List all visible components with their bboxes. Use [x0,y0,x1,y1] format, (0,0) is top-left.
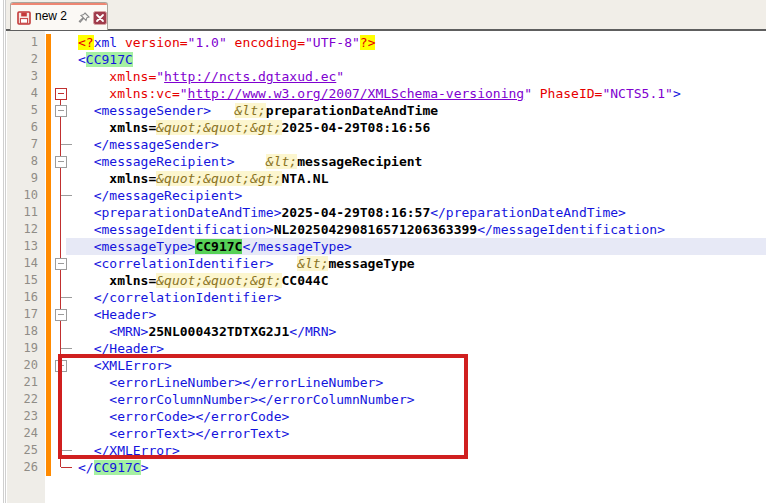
syntax-txt: 2025-04-29T08:16:57 [282,205,431,220]
code-line-10[interactable]: 10 </messageRecipient> [0,187,766,204]
syntax-tag: </correlationIdentifier> [94,290,282,305]
line-number[interactable]: 22 [7,391,38,408]
syntax-ent: &quot;&quot;&gt; [156,120,281,135]
syntax-tag: <messageRecipient> [94,154,235,169]
syntax-hlb: CC917C [195,239,242,254]
code-text: <messageType>CC917C</messageType> [78,238,352,255]
syntax-sp [78,188,94,203]
syntax-sp [78,205,94,220]
syntax-tag: <Header> [94,307,157,322]
syntax-val: "NCTS5.1" [602,86,672,101]
line-number[interactable]: 17 [7,306,38,323]
syntax-sp [78,171,109,186]
fold-end-tick [61,144,72,145]
code-text: <preparationDateAndTime>2025-04-29T08:16… [78,204,626,221]
code-line-1[interactable]: 1<?xml version="1.0" encoding="UTF-8"?> [0,34,766,51]
syntax-ent: &lt; [266,154,297,169]
line-number[interactable]: 1 [7,34,38,51]
syntax-txt: xmlns= [109,273,156,288]
line-number[interactable]: 21 [7,374,38,391]
line-number[interactable]: 18 [7,323,38,340]
code-line-5[interactable]: 5 <messageSender> &lt;preparationDateAnd… [0,102,766,119]
code-line-12[interactable]: 12 <messageIdentification>NL202504290816… [0,221,766,238]
code-text: </messageSender> [78,136,219,153]
unsaved-floppy-icon [17,10,31,29]
syntax-hl: CC917C [94,460,141,475]
line-number[interactable]: 5 [7,102,38,119]
code-line-8[interactable]: 8 <messageRecipient> &lt;messageRecipien… [0,153,766,170]
code-line-4[interactable]: 4 xmlns:vc="http://www.w3.org/2007/XMLSc… [0,85,766,102]
code-text: <messageSender> &lt;preparationDateAndTi… [78,102,438,119]
code-line-14[interactable]: 14 <correlationIdentifier> &lt;messageTy… [0,255,766,272]
syntax-sp [78,239,94,254]
line-number[interactable]: 13 [7,238,38,255]
line-number[interactable]: 23 [7,408,38,425]
line-number[interactable]: 9 [7,170,38,187]
syntax-sp [78,120,109,135]
code-text: <CC917C [78,51,133,68]
fold-collapse-icon[interactable] [55,309,67,321]
line-number[interactable]: 11 [7,204,38,221]
line-number[interactable]: 3 [7,68,38,85]
code-line-2[interactable]: 2<CC917C [0,51,766,68]
code-text: xmlns=&quot;&quot;&gt;2025-04-29T08:16:5… [78,119,430,136]
code-line-15[interactable]: 15 xmlns=&quot;&quot;&gt;CC044C [0,272,766,289]
fold-collapse-icon[interactable] [55,105,67,117]
code-line-18[interactable]: 18 <MRN>25NL000432TDTXG2J1</MRN> [0,323,766,340]
line-number[interactable]: 15 [7,272,38,289]
syntax-tag: </preparationDateAndTime> [430,205,626,220]
line-number[interactable]: 4 [7,85,38,102]
line-number[interactable]: 2 [7,51,38,68]
fold-end-tick [61,348,72,349]
syntax-sp [235,154,266,169]
syntax-val: "1.0" [188,35,227,50]
syntax-sp [274,256,297,271]
code-line-26[interactable]: 26</CC917C> [0,459,766,476]
line-number[interactable]: 24 [7,425,38,442]
syntax-sp [78,222,94,237]
pin-icon[interactable] [77,10,90,29]
tab-new-2[interactable]: new 2 [10,2,108,30]
syntax-sp [78,103,94,118]
code-line-11[interactable]: 11 <preparationDateAndTime>2025-04-29T08… [0,204,766,221]
code-line-17[interactable]: 17 <Header> [0,306,766,323]
syntax-attr: version= [117,35,187,50]
code-line-13[interactable]: 13 <messageType>CC917C</messageType> [0,238,766,255]
line-number[interactable]: 26 [7,459,38,476]
line-number[interactable]: 16 [7,289,38,306]
close-icon[interactable] [93,10,107,29]
syntax-tag: </messageIdentification> [477,222,665,237]
code-line-7[interactable]: 7 </messageSender> [0,136,766,153]
syntax-sp [78,69,109,84]
syntax-tag: </MRN> [289,324,336,339]
line-number[interactable]: 6 [7,119,38,136]
line-number[interactable]: 7 [7,136,38,153]
fold-collapse-icon[interactable] [55,156,67,168]
code-line-3[interactable]: 3 xmlns="http://ncts.dgtaxud.ec" [0,68,766,85]
syntax-val: " [524,86,532,101]
line-number[interactable]: 12 [7,221,38,238]
syntax-sp [78,324,109,339]
syntax-txt: CC044C [282,273,329,288]
line-number[interactable]: 8 [7,153,38,170]
syntax-tag: <MRN> [109,324,148,339]
fold-end-tick [61,195,72,196]
syntax-txt: NTA.NL [282,171,329,186]
fold-collapse-icon[interactable] [55,258,67,270]
code-text: <correlationIdentifier> &lt;messageType [78,255,415,272]
error-block-annotation-rectangle [58,354,468,459]
line-number[interactable]: 19 [7,340,38,357]
syntax-txt: NL202504290816571206363399 [274,222,478,237]
line-number[interactable]: 25 [7,442,38,459]
code-line-9[interactable]: 9 xmlns=&quot;&quot;&gt;NTA.NL [0,170,766,187]
code-line-6[interactable]: 6 xmlns=&quot;&quot;&gt;2025-04-29T08:16… [0,119,766,136]
syntax-ent: &lt; [297,256,328,271]
code-line-16[interactable]: 16 </correlationIdentifier> [0,289,766,306]
line-number[interactable]: 10 [7,187,38,204]
fold-collapse-icon[interactable] [55,88,67,100]
fold-end-tick [61,467,72,468]
line-number[interactable]: 20 [7,357,38,374]
line-number[interactable]: 14 [7,255,38,272]
syntax-sp [211,103,234,118]
code-text: xmlns:vc="http://www.w3.org/2007/XMLSche… [78,85,681,102]
